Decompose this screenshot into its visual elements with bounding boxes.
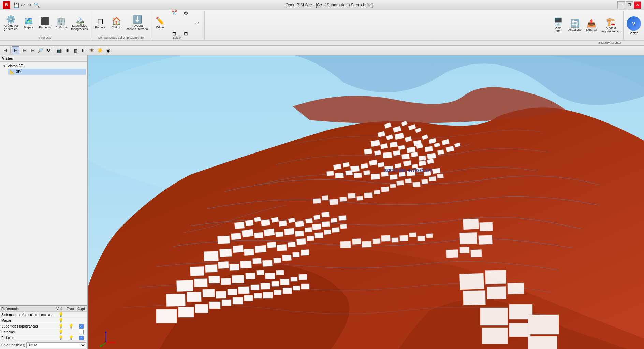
svg-rect-75 xyxy=(275,232,283,237)
svg-rect-100 xyxy=(230,264,239,271)
tb2-zoom-fit-button[interactable]: 🔎 xyxy=(36,46,44,54)
search-button[interactable]: 🔍 xyxy=(33,2,40,8)
avatar[interactable]: V xyxy=(627,16,641,31)
ref-capt-parcelas[interactable] xyxy=(76,330,86,334)
svg-rect-146 xyxy=(348,193,356,198)
ref-col-capt: Capt xyxy=(76,307,86,311)
mapas-button[interactable]: 🗺️ Mapas xyxy=(21,13,36,34)
tb2-zoom-out-button[interactable]: ⊖ xyxy=(28,46,36,54)
svg-rect-135 xyxy=(244,295,253,301)
svg-rect-76 xyxy=(284,228,294,235)
svg-rect-185 xyxy=(426,234,433,238)
window-controls: — ❐ ✕ xyxy=(617,1,641,9)
svg-rect-117 xyxy=(166,294,186,307)
ref-visi-mapas[interactable]: 💡 xyxy=(56,318,65,323)
svg-rect-180 xyxy=(381,235,391,242)
restore-button[interactable]: ❐ xyxy=(626,1,633,9)
edit-tool2-button[interactable]: ◎ xyxy=(180,2,191,23)
svg-rect-129 xyxy=(156,309,177,323)
ref-visi-edificios[interactable]: 💡 xyxy=(56,335,65,340)
svg-rect-88 xyxy=(267,242,276,248)
vista3d-button[interactable]: 🖥️ Vista3D xyxy=(550,15,566,36)
color-label: Color (edificios) xyxy=(1,343,25,347)
svg-rect-184 xyxy=(418,236,425,241)
color-select[interactable]: Altura Por elemento Sin color xyxy=(26,342,86,348)
ref-row-superficies[interactable]: Superficies topográficas 💡 💡 ✓ xyxy=(0,323,87,329)
ref-capt-superficies[interactable]: ✓ xyxy=(76,324,86,329)
tb2-perspective-button[interactable]: ⊞ xyxy=(12,46,19,54)
superficies-topograficas-button[interactable]: 🏔️ Superficiestopográficas xyxy=(70,13,89,34)
tb2-zoom-in-button[interactable]: ⊕ xyxy=(20,46,28,54)
svg-rect-74 xyxy=(264,229,275,236)
svg-rect-144 xyxy=(330,199,338,205)
edit-tool1-button[interactable]: ✂️ xyxy=(169,2,180,23)
svg-rect-85 xyxy=(233,245,244,253)
victor-label: Victor xyxy=(630,31,638,35)
modelo-arquitectonico-button[interactable]: 🏗️ Modeloarquitectónico xyxy=(600,15,622,36)
ref-capt-edificios[interactable]: ✓ xyxy=(76,336,86,340)
capt-checkbox-parcelas[interactable] xyxy=(79,330,84,334)
svg-rect-122 xyxy=(238,287,249,294)
tb2-light-button[interactable]: ☀️ xyxy=(96,46,104,54)
ref-row-mapas[interactable]: Mapas 💡 xyxy=(0,318,87,323)
tb2-view2-button[interactable]: 👁️ xyxy=(88,46,96,54)
edit-tool3-button[interactable]: ⊡ xyxy=(169,23,180,44)
tb2-rotate-button[interactable]: ↺ xyxy=(45,46,52,54)
svg-rect-166 xyxy=(485,270,506,284)
redo-button[interactable]: ↪ xyxy=(27,2,33,8)
proyectar-button[interactable]: ⬇️ Proyectarsobre el terreno xyxy=(125,13,149,34)
tb2-grid-button[interactable]: ⊞ xyxy=(63,46,71,54)
svg-rect-118 xyxy=(187,292,201,302)
svg-rect-95 xyxy=(332,227,340,232)
svg-rect-134 xyxy=(233,297,243,304)
viewport[interactable]: 286770.690, 4179830.620 xyxy=(88,55,644,349)
capt-checkbox-superficies[interactable]: ✓ xyxy=(79,324,84,329)
svg-rect-101 xyxy=(240,261,251,268)
close-button[interactable]: ✕ xyxy=(634,1,641,9)
parametros-generales-button[interactable]: ⚙️ Parámetrosgenerales xyxy=(1,13,20,34)
edificios-button[interactable]: 🏢 Edificios xyxy=(54,13,69,34)
parcela-button[interactable]: ◻ Parcela xyxy=(92,13,108,34)
ref-visi-superficies[interactable]: 💡 xyxy=(56,324,65,329)
exportar-button[interactable]: 📤 Exportar xyxy=(584,15,599,36)
actualizar-button[interactable]: 🔄 Actualizar xyxy=(567,15,583,36)
edificio-button[interactable]: 🏠 Edificio xyxy=(109,13,125,34)
svg-rect-163 xyxy=(460,247,469,253)
ref-visi-sistema[interactable]: 💡 xyxy=(56,312,65,317)
tb2-sun-button[interactable]: ◉ xyxy=(104,46,112,54)
svg-rect-25 xyxy=(383,152,392,158)
ref-row-edificios[interactable]: Edificios 💡 💡 ✓ xyxy=(0,335,87,341)
editar-button[interactable]: ✏️ Editar xyxy=(152,13,168,34)
undo-button[interactable]: ↩ xyxy=(20,2,26,8)
minimize-button[interactable]: — xyxy=(617,1,625,9)
ref-visi-parcelas[interactable]: 💡 xyxy=(56,330,65,334)
svg-rect-16 xyxy=(390,142,398,148)
svg-rect-90 xyxy=(288,242,295,247)
svg-rect-115 xyxy=(265,273,275,279)
section-label-componentes: Componentes del emplazamiento xyxy=(91,36,151,39)
edit-tool4-button[interactable]: ⊟ xyxy=(180,23,191,44)
svg-rect-60 xyxy=(245,220,253,226)
svg-rect-58 xyxy=(432,168,440,174)
tree-item-vistas3d[interactable]: ▼ Vistas 3D xyxy=(1,63,86,69)
svg-rect-81 xyxy=(331,218,337,223)
ref-row-parcelas[interactable]: Parcelas 💡 xyxy=(0,329,87,335)
tb2-grid2-button[interactable]: ▦ xyxy=(72,46,79,54)
svg-rect-125 xyxy=(272,281,279,286)
svg-rect-106 xyxy=(293,252,299,257)
svg-rect-39 xyxy=(378,162,384,167)
svg-rect-73 xyxy=(254,232,263,238)
tb2-layer-button[interactable]: ⊡ xyxy=(80,46,87,54)
svg-rect-59 xyxy=(234,222,244,229)
tb2-view-button[interactable]: ⊞ xyxy=(1,46,9,54)
ref-row-sistema[interactable]: Sistema de referencia del emplaza... 💡 xyxy=(0,312,87,318)
tb2-camera-button[interactable]: 📷 xyxy=(55,46,63,54)
svg-rect-105 xyxy=(282,255,292,261)
tree-item-3d[interactable]: 📐 3D xyxy=(8,69,86,75)
edit-tool5-button[interactable]: ↔ xyxy=(192,13,203,34)
parcelas-button[interactable]: ⬛ Parcelas xyxy=(37,13,53,34)
save-button[interactable]: 💾 xyxy=(13,2,19,8)
capt-checkbox-edificios[interactable]: ✓ xyxy=(79,336,84,340)
svg-rect-43 xyxy=(412,164,418,168)
svg-rect-150 xyxy=(381,187,389,192)
